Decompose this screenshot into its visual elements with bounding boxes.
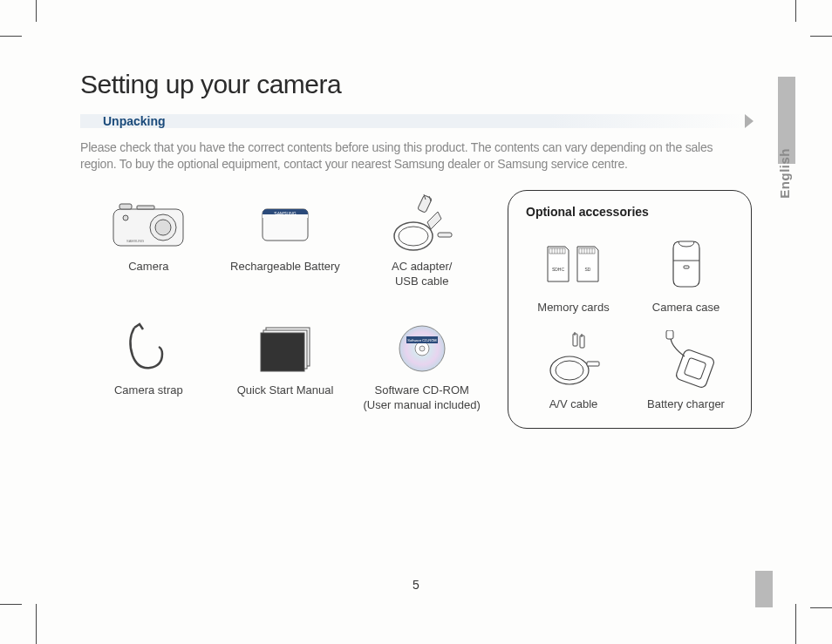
page-number: 5 bbox=[413, 578, 419, 592]
item-label: Camera bbox=[80, 260, 217, 289]
opt-av-cable: A/V cable bbox=[521, 328, 626, 412]
item-battery: SAMSUNG Rechargeable Battery bbox=[217, 190, 354, 305]
battery-charger-icon bbox=[653, 330, 719, 391]
svg-point-41 bbox=[556, 361, 583, 380]
opt-camera-case: Camera case bbox=[633, 231, 739, 315]
item-label: Software CD-ROM (User manual included) bbox=[353, 383, 490, 413]
item-label: A/V cable bbox=[521, 394, 626, 412]
item-ac-adapter: AC adapter/ USB cable bbox=[353, 190, 490, 305]
svg-text:SDHC: SDHC bbox=[551, 267, 564, 272]
section-heading-bar: Unpacking bbox=[80, 112, 752, 131]
strap-icon bbox=[124, 322, 173, 375]
opt-memory-cards: SDHC SD Memory cards bbox=[521, 231, 626, 315]
item-cdrom: Software CD-ROM Software CD-ROM (User ma… bbox=[353, 314, 490, 429]
item-label: Memory cards bbox=[521, 297, 626, 315]
section-heading: Unpacking bbox=[80, 112, 752, 131]
svg-rect-4 bbox=[137, 206, 154, 209]
svg-rect-46 bbox=[587, 362, 599, 366]
camera-icon: SAMSUNG bbox=[111, 200, 186, 249]
item-label: Camera case bbox=[633, 297, 739, 315]
svg-text:SAMSUNG: SAMSUNG bbox=[274, 211, 296, 216]
camera-case-icon bbox=[665, 236, 708, 292]
svg-rect-49 bbox=[666, 330, 673, 339]
item-label: Battery charger bbox=[633, 394, 739, 412]
svg-point-2 bbox=[155, 220, 171, 235]
svg-rect-43 bbox=[580, 336, 584, 348]
item-label: Camera strap bbox=[80, 383, 217, 413]
svg-point-5 bbox=[123, 215, 128, 220]
opt-battery-charger: Battery charger bbox=[633, 328, 739, 412]
item-label: AC adapter/ USB cable bbox=[353, 260, 490, 289]
language-tab-label: English bbox=[777, 148, 792, 199]
item-camera: SAMSUNG Camera bbox=[80, 190, 217, 305]
optional-title: Optional accessories bbox=[521, 205, 739, 219]
memory-cards-icon: SDHC SD bbox=[539, 240, 609, 288]
page-title: Setting up your camera bbox=[80, 70, 752, 99]
svg-rect-16 bbox=[438, 233, 452, 237]
svg-text:Software CD-ROM: Software CD-ROM bbox=[407, 338, 436, 342]
item-strap: Camera strap bbox=[80, 314, 217, 429]
svg-rect-19 bbox=[261, 333, 304, 371]
svg-text:SD: SD bbox=[584, 267, 590, 272]
manual-icon bbox=[254, 324, 317, 373]
cdrom-icon: Software CD-ROM bbox=[396, 322, 448, 375]
svg-rect-42 bbox=[573, 334, 577, 346]
intro-text: Please check that you have the correct c… bbox=[80, 139, 752, 173]
optional-accessories-box: Optional accessories SDHC bbox=[508, 190, 752, 429]
svg-point-12 bbox=[399, 227, 428, 246]
bottom-tab-bg bbox=[755, 571, 773, 607]
av-cable-icon bbox=[543, 330, 604, 391]
svg-rect-3 bbox=[119, 204, 132, 209]
svg-point-22 bbox=[419, 346, 425, 351]
item-label: Quick Start Manual bbox=[217, 383, 354, 413]
item-label: Rechargeable Battery bbox=[217, 260, 354, 289]
ac-adapter-icon bbox=[387, 194, 457, 255]
item-manual: Quick Start Manual bbox=[217, 314, 354, 429]
included-items-grid: SAMSUNG Camera SAMSUNG Rechargeable Batt… bbox=[80, 190, 490, 429]
svg-text:SAMSUNG: SAMSUNG bbox=[126, 239, 144, 243]
battery-icon: SAMSUNG bbox=[257, 204, 313, 246]
